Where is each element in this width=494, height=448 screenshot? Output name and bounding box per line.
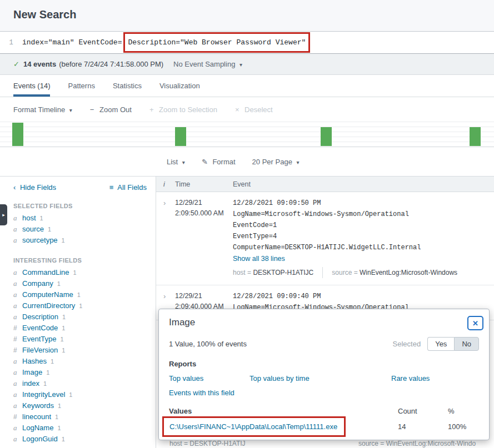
- field-item-CurrentDirectory[interactable]: aCurrentDirectory1: [13, 300, 147, 311]
- field-name-link[interactable]: index: [22, 378, 39, 389]
- timeline-bar[interactable]: [321, 127, 332, 146]
- field-name-link[interactable]: CurrentDirectory: [22, 300, 75, 311]
- field-name-link[interactable]: FileVersion: [22, 345, 58, 356]
- caret-down-icon: ▾: [69, 107, 72, 113]
- field-item-ComputerName[interactable]: aComputerName1: [13, 289, 147, 300]
- field-item-EventCode[interactable]: #EventCode1: [13, 323, 147, 334]
- field-name-link[interactable]: sourcetype: [22, 235, 58, 246]
- show-all-lines-link[interactable]: Show all 38 lines: [233, 253, 285, 264]
- timeline-controls: Format Timeline ▾ − Zoom Out + Zoom to S…: [0, 97, 494, 122]
- expand-chevron-icon[interactable]: ›: [156, 198, 175, 278]
- value-link[interactable]: C:\Users\FINANC~1\AppData\Local\Temp\111…: [169, 422, 337, 431]
- field-item-host[interactable]: ahost1: [13, 213, 147, 224]
- event-raw-text: 12/28/2021 09:09:50 PM LogName=Microsoft…: [233, 198, 494, 278]
- field-item-IntegrityLevel[interactable]: aIntegrityLevel1: [13, 389, 147, 400]
- field-item-Description[interactable]: aDescription1: [13, 311, 147, 323]
- list-view-dropdown[interactable]: List ▾: [167, 158, 185, 166]
- field-item-LogName[interactable]: aLogName1: [13, 422, 147, 434]
- timeline-bar[interactable]: [12, 123, 23, 146]
- field-name-link[interactable]: LogName: [22, 422, 53, 434]
- tab-events[interactable]: Events (14): [13, 75, 50, 97]
- string-field-icon: a: [13, 289, 18, 300]
- field-name-link[interactable]: IntegrityLevel: [22, 389, 65, 400]
- field-name-link[interactable]: Hashes: [22, 356, 47, 367]
- field-item-linecount[interactable]: #linecount1: [13, 411, 147, 422]
- field-name-link[interactable]: linecount: [22, 411, 51, 422]
- field-item-FileVersion[interactable]: #FileVersion1: [13, 345, 147, 356]
- selected-segmented-control: Yes No: [427, 337, 479, 351]
- format-button[interactable]: ✎ Format: [202, 158, 236, 166]
- field-name-link[interactable]: Keywords: [22, 400, 54, 411]
- list-menu-icon: ≡: [109, 183, 114, 192]
- source-field[interactable]: source = WinEventLog:Microsoft-Windows: [322, 267, 457, 278]
- tab-patterns[interactable]: Patterns: [68, 75, 94, 97]
- host-field[interactable]: host = DESKTOP-H1ATIJC: [233, 267, 313, 278]
- per-page-dropdown[interactable]: 20 Per Page ▾: [252, 158, 300, 166]
- sidebar-toolbar: ‹ Hide Fields ≡ All Fields: [13, 183, 147, 192]
- field-name-link[interactable]: LogonGuid: [22, 434, 58, 445]
- equals-sign: =: [247, 269, 253, 276]
- field-name-link[interactable]: EventType: [22, 334, 56, 345]
- field-item-Keywords[interactable]: aKeywords1: [13, 400, 147, 411]
- sidebar-collapse-handle[interactable]: ▸: [0, 204, 7, 225]
- all-fields-button[interactable]: ≡ All Fields: [109, 183, 147, 192]
- field-name-link[interactable]: host: [22, 213, 36, 224]
- equals-sign: =: [354, 269, 360, 276]
- event-clock: 2:09:50.000 AM: [175, 208, 233, 219]
- field-count: 1: [77, 289, 81, 300]
- field-name-link[interactable]: Description: [22, 311, 58, 323]
- query-highlight-annotation: Description="Web Browser Password Viewer…: [123, 32, 310, 53]
- hide-fields-button[interactable]: ‹ Hide Fields: [13, 183, 56, 192]
- top-values-link[interactable]: Top values: [169, 374, 250, 382]
- deselect-label: Deselect: [244, 105, 273, 114]
- field-name-link[interactable]: EventCode: [22, 323, 58, 334]
- field-item-Company[interactable]: aCompany1: [13, 278, 147, 289]
- value-percent: 100%: [448, 422, 479, 431]
- event-sampling-dropdown[interactable]: No Event Sampling ▾: [173, 60, 242, 68]
- field-name-link[interactable]: Company: [22, 278, 53, 289]
- field-name-link[interactable]: ComputerName: [22, 289, 73, 300]
- rare-values-link[interactable]: Rare values: [391, 374, 430, 382]
- results-bar: ✓ 14 events (before 7/24/24 7:41:58.000 …: [0, 54, 494, 75]
- zoom-out-button[interactable]: − Zoom Out: [90, 105, 132, 114]
- close-button[interactable]: ✕: [467, 316, 483, 330]
- events-table-header: i Time Event: [156, 177, 494, 192]
- field-item-sourcetype[interactable]: asourcetype1: [13, 235, 147, 246]
- events-link-row: Events with this field: [169, 389, 479, 397]
- timeline-chart[interactable]: [0, 122, 494, 147]
- field-item-index[interactable]: aindex1: [13, 378, 147, 389]
- field-value[interactable]: WinEventLog:Microsoft-Windows: [360, 269, 457, 276]
- format-timeline-dropdown[interactable]: Format Timeline ▾: [13, 105, 72, 114]
- selected-no-button[interactable]: No: [454, 337, 479, 351]
- string-field-icon: a: [13, 367, 18, 378]
- handle-arrow-icon: ▸: [2, 212, 5, 218]
- event-time: 12/29/21 2:09:50.000 AM: [175, 198, 233, 278]
- search-query-input[interactable]: index="main" EventCode=Description="Web …: [22, 38, 310, 47]
- field-item-Hashes[interactable]: aHashes1: [13, 356, 147, 367]
- event-line: EventType=4: [233, 231, 494, 242]
- event-line: 12/28/2021 09:09:40 PM: [233, 291, 494, 302]
- timeline-bar[interactable]: [175, 127, 186, 146]
- field-item-source[interactable]: asource1: [13, 224, 147, 235]
- field-item-CommandLine[interactable]: aCommandLine1: [13, 267, 147, 278]
- events-with-field-link[interactable]: Events with this field: [169, 389, 234, 397]
- field-name-link[interactable]: CommandLine: [22, 267, 69, 278]
- string-field-icon: a: [13, 213, 18, 224]
- field-item-Image[interactable]: aImage1: [13, 367, 147, 378]
- field-item-EventType[interactable]: #EventType1: [13, 334, 147, 345]
- field-name-link[interactable]: source: [22, 224, 44, 235]
- string-field-icon: a: [13, 267, 18, 278]
- search-bar[interactable]: 1 index="main" EventCode=Description="We…: [0, 31, 494, 54]
- string-field-icon: a: [13, 300, 18, 311]
- selected-yes-button[interactable]: Yes: [427, 337, 454, 351]
- field-item-LogonGuid[interactable]: aLogonGuid1: [13, 434, 147, 445]
- top-values-by-time-link[interactable]: Top values by time: [250, 374, 391, 382]
- field-name-link[interactable]: Image: [22, 367, 42, 378]
- tab-visualization[interactable]: Visualization: [159, 75, 200, 97]
- tab-statistics[interactable]: Statistics: [113, 75, 142, 97]
- field-count: 1: [62, 311, 66, 323]
- string-field-icon: a: [13, 235, 18, 246]
- field-value[interactable]: DESKTOP-H1ATIJC: [253, 269, 313, 276]
- timeline-bar[interactable]: [470, 127, 481, 146]
- field-count: 1: [62, 323, 65, 334]
